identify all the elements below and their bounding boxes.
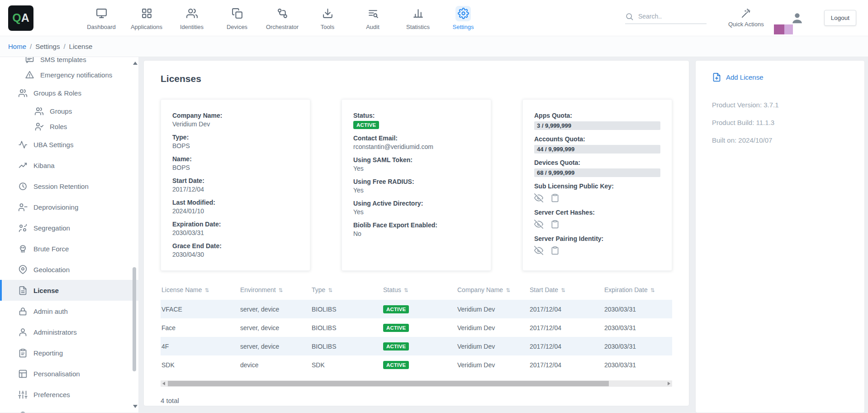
sidebar-item-admin-auth[interactable]: Admin auth	[0, 301, 138, 322]
info-field: Using Active Directory: Yes	[353, 199, 479, 216]
identities-icon	[184, 6, 199, 21]
user-menu	[790, 11, 804, 25]
eye-off-icon[interactable]	[534, 193, 543, 202]
sidebar-item-uba-settings[interactable]: UBA Settings	[0, 134, 138, 155]
deprovisioning-icon	[18, 202, 28, 212]
copy-icon[interactable]	[550, 246, 560, 255]
user-avatar-icon[interactable]	[790, 11, 804, 25]
nav-item-identities[interactable]: Identities	[169, 0, 214, 36]
sidebar-item-kibana[interactable]: Kibana	[0, 155, 138, 176]
license-icon	[18, 286, 28, 295]
sidebar-item-emergency-notifications[interactable]: Emergency notifications	[0, 67, 138, 82]
table-horizontal-scrollbar[interactable]	[161, 380, 672, 387]
groups-roles-icon	[18, 88, 28, 98]
column-header-license-name[interactable]: License Name⇅	[161, 283, 237, 300]
status-badge: ACTIVE	[383, 324, 409, 332]
sidebar-item-brute-force[interactable]: Brute Force	[0, 238, 138, 259]
sidebar-list: SMS templates Emergency notifications Gr…	[0, 57, 138, 413]
column-header-company-name[interactable]: Company Name⇅	[454, 283, 526, 300]
copy-icon[interactable]	[550, 220, 560, 229]
table-row[interactable]: SDK device SDK ACTIVE Veridium Dev 2017/…	[161, 355, 672, 374]
breadcrumb-item-home[interactable]: Home	[8, 43, 26, 50]
cell-expiration-date: 2030/03/31	[601, 300, 672, 318]
sidebar-item-license[interactable]: License	[0, 280, 138, 301]
nav-item-devices[interactable]: Devices	[214, 0, 260, 36]
logout-button[interactable]: Logout	[824, 10, 856, 26]
nav-item-applications[interactable]: Applications	[124, 0, 169, 36]
scroll-left-icon[interactable]	[162, 382, 165, 385]
eye-off-icon[interactable]	[534, 246, 543, 255]
internationalisation-icon	[18, 411, 28, 413]
column-header-status[interactable]: Status⇅	[379, 283, 454, 300]
nav-item-statistics[interactable]: Statistics	[395, 0, 441, 36]
sidebar-item-groups[interactable]: Groups	[0, 103, 138, 119]
table-row[interactable]: Face server, device BIOLIBS ACTIVE Verid…	[161, 318, 672, 337]
topbar-right-controls: Quick Actions Logout	[625, 8, 856, 28]
field-value: Yes	[353, 208, 479, 216]
nav-item-orchestrator[interactable]: Orchestrator	[260, 0, 305, 36]
nav-item-tools[interactable]: Tools	[305, 0, 350, 36]
license-status-card: Status: ACTIVE Contact Email: rconstanti…	[342, 99, 491, 271]
field-value: Yes	[353, 164, 479, 173]
sidebar-item-preferences[interactable]: Preferences	[0, 384, 138, 405]
sidebar-item-segregation[interactable]: Segregation	[0, 217, 138, 238]
cell-status: ACTIVE	[379, 300, 454, 318]
sidebar-item-roles[interactable]: Roles	[0, 119, 138, 134]
logo-text: Q	[12, 11, 21, 24]
sidebar-item-groups-roles[interactable]: Groups & Roles	[0, 82, 138, 103]
nav-item-dashboard[interactable]: Dashboard	[79, 0, 124, 36]
sidebar-item-session-retention[interactable]: Session Retention	[0, 176, 138, 197]
sidebar-scrollbar-thumb[interactable]	[133, 267, 136, 371]
table-row[interactable]: VFACE server, device BIOLIBS ACTIVE Veri…	[161, 300, 672, 318]
sidebar-item-internationalisation[interactable]: Internationalisation	[0, 405, 138, 413]
sort-icon: ⇅	[404, 287, 408, 293]
audit-icon	[365, 6, 380, 21]
quota-progress-bar: 68 / 9,999,999	[534, 168, 660, 177]
table-row[interactable]: 4F server, device BIOLIBS ACTIVE Veridiu…	[161, 337, 672, 355]
column-header-expiration-date[interactable]: Expiration Date⇅	[601, 283, 672, 300]
secret-field: Sub Licensing Public Key:	[534, 182, 660, 202]
sidebar-item-label: Admin auth	[33, 307, 68, 315]
field-label: Company Name:	[172, 111, 299, 120]
column-header-type[interactable]: Type⇅	[308, 283, 379, 300]
search-input[interactable]	[638, 13, 698, 20]
info-field: Start Date: 2017/12/04	[172, 177, 299, 193]
horizontal-scrollbar-thumb[interactable]	[168, 381, 609, 386]
preferences-icon	[18, 390, 28, 399]
sidebar-item-personalisation[interactable]: Personalisation	[0, 363, 138, 384]
search-box[interactable]	[625, 12, 707, 24]
scroll-down-icon[interactable]	[133, 405, 138, 408]
nav-item-label: Statistics	[406, 24, 430, 30]
add-license-button[interactable]: Add License	[712, 72, 855, 82]
reporting-icon	[18, 348, 28, 358]
field-value: Yes	[353, 186, 479, 194]
sidebar-item-reporting[interactable]: Reporting	[0, 342, 138, 363]
product-version: Product Version: 3.7.1	[712, 101, 855, 109]
sidebar-item-deprovisioning[interactable]: Deprovisioning	[0, 197, 138, 217]
cell-status: ACTIVE	[379, 355, 454, 374]
sidebar-item-administrators[interactable]: Administrators	[0, 322, 138, 342]
sidebar-item-sms-templates[interactable]: SMS templates	[0, 57, 138, 67]
sidebar-item-geolocation[interactable]: Geolocation	[0, 259, 138, 280]
nav-item-audit[interactable]: Audit	[350, 0, 395, 36]
copy-icon[interactable]	[550, 193, 560, 202]
column-header-environment[interactable]: Environment⇅	[237, 283, 308, 300]
cell-license-name: SDK	[161, 355, 237, 374]
right-info-panel: Add License Product Version: 3.7.1 Produ…	[696, 61, 864, 413]
top-navigation-bar: QA Dashboard Applications Identities Dev…	[0, 0, 868, 36]
nav-item-settings[interactable]: Settings	[441, 0, 486, 36]
scroll-right-icon[interactable]	[668, 382, 670, 385]
info-field: Biolib Face Export Enabled: No	[353, 221, 479, 238]
secret-label: Sub Licensing Public Key:	[534, 182, 660, 190]
kibana-icon	[18, 161, 28, 170]
column-header-start-date[interactable]: Start Date⇅	[526, 283, 601, 300]
company-logo[interactable]: QA	[8, 5, 33, 31]
eye-off-icon[interactable]	[534, 220, 543, 229]
status-field: Status: ACTIVE	[353, 111, 479, 129]
sidebar-scrollbar[interactable]	[132, 58, 138, 412]
devices-icon	[229, 6, 245, 21]
quick-actions-button[interactable]: Quick Actions	[728, 8, 764, 28]
groups-icon	[34, 106, 44, 116]
info-field: Name: BOPS	[172, 155, 299, 172]
scroll-up-icon[interactable]	[133, 62, 138, 65]
